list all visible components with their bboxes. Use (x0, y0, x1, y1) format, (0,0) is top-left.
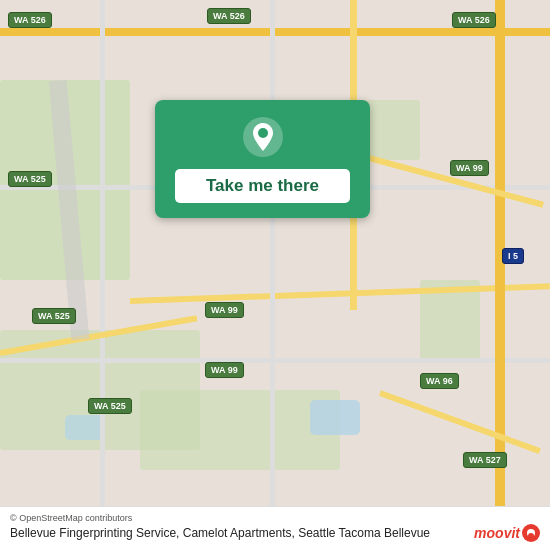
label-wa99-right: WA 99 (450, 160, 489, 176)
moovit-badge: moovit (474, 524, 540, 542)
svg-point-1 (258, 128, 268, 138)
road-mid-v (270, 0, 275, 510)
label-wa526-2: WA 526 (207, 8, 251, 24)
label-i5: I 5 (502, 248, 524, 264)
map-attribution: © OpenStreetMap contributors (10, 513, 540, 523)
road-wa526-h (0, 28, 550, 36)
water-1 (310, 400, 360, 435)
label-wa525-left: WA 525 (8, 171, 52, 187)
take-me-there-button[interactable]: Take me there (175, 169, 350, 203)
label-wa527: WA 527 (463, 452, 507, 468)
label-wa99-bot: WA 99 (205, 362, 244, 378)
label-wa526-1: WA 526 (8, 12, 52, 28)
moovit-dot-inner (527, 529, 535, 537)
location-description: Bellevue Fingerprinting Service, Camelot… (10, 526, 540, 542)
label-wa526-3: WA 526 (452, 12, 496, 28)
moovit-logo-text: moovit (474, 525, 520, 541)
map-container: WA 526 WA 526 WA 526 WA 525 WA 99 I 5 WA… (0, 0, 550, 550)
label-wa525-bot-left: WA 525 (32, 308, 76, 324)
label-wa525-bot: WA 525 (88, 398, 132, 414)
road-left-v (100, 0, 105, 510)
action-card: Take me there (155, 100, 370, 218)
road-lower-h (0, 358, 550, 363)
moovit-logo-icon (522, 524, 540, 542)
label-wa99-mid: WA 99 (205, 302, 244, 318)
water-2 (65, 415, 105, 440)
label-wa96: WA 96 (420, 373, 459, 389)
bottom-bar: © OpenStreetMap contributors Bellevue Fi… (0, 506, 550, 550)
location-pin-icon (241, 115, 285, 159)
